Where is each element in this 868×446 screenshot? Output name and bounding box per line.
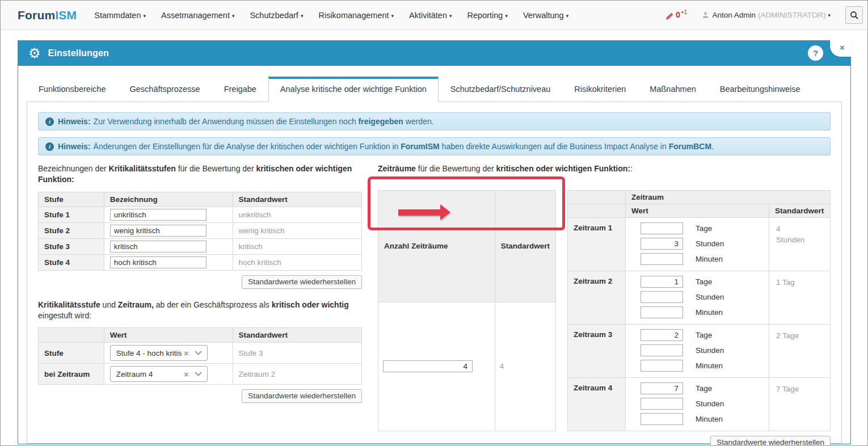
clear-icon[interactable]: × [184,349,189,357]
stufe4-bezeichnung-input[interactable] [110,256,207,268]
menu-schutzbedarf[interactable]: Schutzbedarf▾ [250,11,303,20]
stufe-select[interactable]: Stufe 4 - hoch kritisch × [110,345,208,361]
tab-analyse-kritische-funktion[interactable]: Analyse kritische oder wichtige Funktion [268,77,439,102]
unit-label: Tage [696,331,712,339]
row-label: Zeitraum 4 [568,378,626,431]
tab-funktionsbereiche[interactable]: Funktionsbereiche [27,77,118,102]
unit-label: Minuten [696,361,723,370]
search-button[interactable] [845,6,863,24]
user-menu[interactable]: Anton Admin (ADMINISTRATOR) ▾ [702,11,831,19]
search-icon [850,11,859,20]
menu-risikomanagement[interactable]: Risikomanagement▾ [318,11,394,20]
zeitraum2-tage-input[interactable] [641,276,683,288]
zeitraum1-minuten-input[interactable] [641,253,683,265]
column-header: Standardwert [233,328,361,343]
anzahl-zeitraeume-input[interactable] [383,360,473,372]
table-row: Zeitraum 4 Tage Stunden Minuten 7 Tage [568,378,831,431]
zeitraum3-stunden-input[interactable] [641,344,683,356]
table-row: Zeitraum 2 Tage Stunden Minuten 1 Tag [568,271,831,325]
table-row: Stufe 1 unkritisch [39,207,362,223]
column-header [39,328,104,343]
help-button[interactable]: ? [808,45,823,61]
default-value: kritisch [233,239,361,255]
default-value: unkritisch [233,207,361,223]
menu-assetmanagement[interactable]: Assetmanagement▾ [161,11,234,20]
stufe1-bezeichnung-input[interactable] [110,209,207,221]
unit-label: Stunden [696,239,724,248]
menu-stammdaten[interactable]: Stammdaten▾ [94,11,146,20]
chevron-down-icon: ▾ [505,13,508,19]
zeitraum3-minuten-input[interactable] [641,360,683,372]
hint-label: Hinweis: [58,142,91,151]
default-value: 2 Tage [769,325,831,378]
row-label: bei Zeitraum [39,364,104,385]
nav-right-group: 0 +1 Anton Admin (ADMINISTRATOR) ▾ [665,6,863,24]
zeitraum2-stunden-input[interactable] [641,291,683,303]
column-header: Wert [104,328,233,343]
user-name: Anton Admin [712,11,756,19]
column-header [568,191,626,204]
user-role: (ADMINISTRATOR) [758,11,826,19]
default-value: 4Stunden [769,218,831,271]
tab-bearbeitungshinweise[interactable]: Bearbeitungshinweise [708,77,812,102]
einstufung-heading: Kritikalitätsstufe und Zeitraum, ab der … [38,300,356,321]
default-value: hoch kritisch [233,255,361,271]
tab-schutzbedarf-schutzniveau[interactable]: Schutzbedarf/Schutzniveau [439,77,563,102]
zeitraum1-tage-input[interactable] [641,222,683,234]
row-label: Stufe 4 [39,255,104,271]
column-header: Bezeichnung [104,192,233,207]
zeitraum4-tage-input[interactable] [641,382,683,394]
logo-part-ism: ISM [55,9,77,22]
restore-defaults-button[interactable]: Standardwerte wiederherstellen [242,389,362,403]
zeitraum2-minuten-input[interactable] [641,306,683,318]
zeitraum4-minuten-input[interactable] [641,413,683,425]
default-value: 1 Tag [769,271,831,325]
app-logo[interactable]: ForumISM [18,9,77,22]
chevron-down-icon [195,372,202,376]
menu-aktivitaeten[interactable]: Aktivitäten▾ [409,11,452,20]
tab-geschaeftsprozesse[interactable]: Geschäftsprozesse [118,77,212,102]
content-columns: Bezeichnungen der Kritikalitätsstufen fü… [27,163,841,446]
column-header: Zeitraum [626,191,831,204]
table-row: Stufe Stufe 4 - hoch kritisch × Stufe 3 [39,343,362,364]
menu-reporting[interactable]: Reporting▾ [467,11,508,20]
zeitraum1-stunden-input[interactable] [641,238,683,250]
tab-risikokriterien[interactable]: Risikokriterien [562,77,638,102]
column-header: Stufe [39,192,104,207]
zeitraum3-tage-input[interactable] [641,329,683,341]
zeitraum-select[interactable]: Zeitraum 4 × [110,366,208,382]
close-button[interactable]: × [830,39,851,57]
menu-verwaltung[interactable]: Verwaltung▾ [523,11,568,20]
info-icon: i [45,117,54,126]
table-row: Zeitraum 1 Tage Stunden Minuten 4Stunden [568,218,831,271]
stufe2-bezeichnung-input[interactable] [110,225,207,237]
chevron-down-icon: ▾ [566,13,569,19]
unit-label: Tage [696,224,712,233]
column-header: Wert [626,204,769,218]
edit-mode-indicator[interactable]: 0 +1 [665,10,687,20]
row-label: Zeitraum 1 [568,218,626,271]
tab-massnahmen[interactable]: Maßnahmen [638,77,707,102]
table-row: Stufe 2 wenig kritisch [39,223,362,239]
hint-label: Hinweis: [58,117,91,126]
chevron-down-icon: ▾ [828,12,831,18]
logo-part-forum: Forum [18,9,55,22]
tab-freigabe[interactable]: Freigabe [212,77,268,102]
stufen-table: Stufe Bezeichnung Standardwert Stufe 1 u… [38,192,362,271]
hint-forumbcm: i Hinweis:Änderungen der Einstellungen f… [38,137,831,155]
column-header: Standardwert [233,192,361,207]
unit-label: Tage [696,277,712,286]
chevron-down-icon: ▾ [449,13,452,19]
gear-icon: ⚙ [28,47,41,60]
restore-defaults-button[interactable]: Standardwerte wiederherstellen [710,436,831,446]
zeitraum4-stunden-input[interactable] [641,398,683,410]
table-row: Stufe 3 kritisch [39,239,362,255]
zeitraeume-heading: Zeiträume für die Bewertung der kritisch… [378,163,831,174]
default-value: Zeitraum 2 [233,364,361,385]
restore-defaults-button[interactable]: Standardwerte wiederherstellen [242,275,362,289]
einstufung-table: Wert Standardwert Stufe Stufe 4 - hoch k… [38,327,362,385]
column-header: Standardwert [769,204,831,218]
stufe3-bezeichnung-input[interactable] [110,241,207,253]
close-icon: × [840,43,845,52]
clear-icon[interactable]: × [184,370,189,378]
